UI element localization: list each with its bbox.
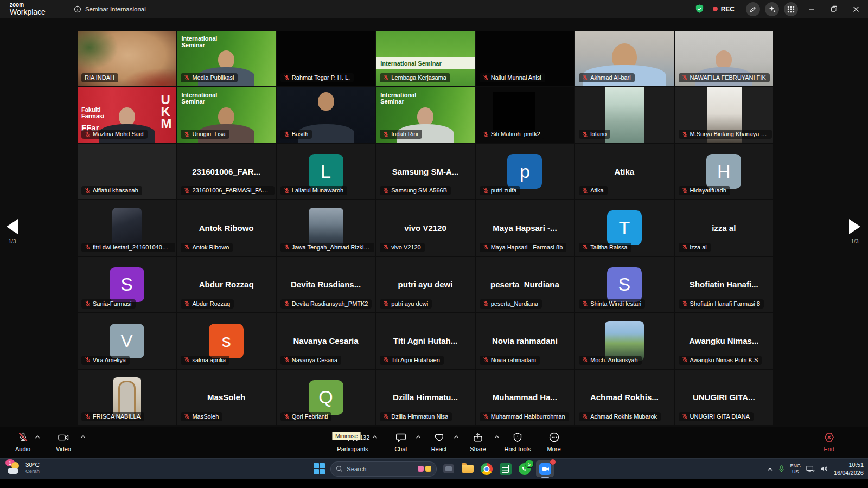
participant-tile[interactable]: Moch. Ardiansyah xyxy=(575,313,673,369)
participant-tile[interactable]: p putri zulfa xyxy=(476,144,574,199)
tray-microphone-icon[interactable] xyxy=(778,465,784,473)
muted-mic-icon xyxy=(383,300,389,306)
participant-tile[interactable]: Shofiatin Hanafi... Shofiatin Hanafi Far… xyxy=(675,257,773,312)
participant-tile[interactable]: fitri dwi lestari_241601040_farma... xyxy=(78,200,176,255)
participant-tile[interactable]: putri ayu dewi putri ayu dewi xyxy=(376,257,474,312)
restore-window-button[interactable] xyxy=(825,0,843,18)
ai-companion-button[interactable] xyxy=(765,2,779,16)
taskbar-whatsapp[interactable]: 5 xyxy=(517,461,532,476)
participant-tile[interactable]: Jawa Tengah_Ahmad Rizki Nur A... xyxy=(277,200,375,255)
participant-tile[interactable]: s salma aprilia xyxy=(177,313,275,369)
participant-tile[interactable]: Akhmad Al-bari xyxy=(575,31,673,86)
participant-tile[interactable]: Devita Rusdians... Devita Rusdiansyah_PM… xyxy=(277,257,375,312)
participant-tile[interactable]: Achmad Rokhis... Achmad Rokhis Mubarok xyxy=(575,370,673,425)
participant-tile[interactable]: Dzilla Himmatu... Dzilla Himmatun Nisa xyxy=(376,370,474,425)
recording-dot-icon xyxy=(713,7,718,11)
more-button[interactable]: More xyxy=(529,431,579,452)
participant-tile[interactable]: V Vira Ameliya xyxy=(78,313,176,369)
end-meeting-button[interactable]: End xyxy=(804,431,854,452)
participant-tile[interactable]: International Seminar Media Publikasi xyxy=(177,31,275,86)
speaker-icon[interactable] xyxy=(820,465,828,472)
recording-indicator[interactable]: REC xyxy=(713,5,735,13)
participant-tile[interactable]: L Lailatul Munawaroh xyxy=(277,144,375,199)
start-button[interactable] xyxy=(312,462,326,476)
participant-name-text: Sania-Farmasi xyxy=(93,300,132,307)
participant-name-text: Moch. Ardiansyah xyxy=(590,357,637,363)
gallery-next-page-button[interactable]: 1/3 xyxy=(849,219,860,245)
participant-tile[interactable]: T Talitha Raissa xyxy=(575,200,673,255)
participant-name-label: lofano xyxy=(579,130,610,139)
participant-tile[interactable]: izza al izza al xyxy=(675,200,773,255)
participant-tile[interactable]: Muhammad Ha... Muhammad Habiburrohman xyxy=(476,370,574,425)
taskbar-weather-widget[interactable]: 1 30°C Cerah xyxy=(7,461,40,474)
participant-letter-avatar: p xyxy=(507,154,542,189)
close-window-button[interactable] xyxy=(847,0,865,18)
participant-tile[interactable]: Awangku Nimas... Awangku Nimas Putri K.S xyxy=(675,313,773,369)
participant-name-text: Shinta Windi lestari xyxy=(590,300,641,307)
muted-mic-icon xyxy=(284,414,290,420)
participant-tile[interactable]: FakultiFarmasiFFarUKM Mazlina Mohd Said xyxy=(78,87,176,143)
video-button[interactable]: Video xyxy=(39,431,88,452)
participant-tile[interactable]: MasSoleh MasSoleh xyxy=(177,370,275,425)
search-icon xyxy=(336,465,343,472)
taskbar-search-box[interactable]: Search xyxy=(330,461,437,477)
meeting-info[interactable]: Seminar Internasional xyxy=(74,5,146,13)
participant-tile[interactable]: Antok Ribowo Antok Ribowo xyxy=(177,200,275,255)
hidden-icons-chevron[interactable] xyxy=(767,467,773,471)
zoom-app-icon xyxy=(539,463,551,475)
participant-tile[interactable]: Navanya Cesaria Navanya Cesaria xyxy=(277,313,375,369)
participant-tile[interactable]: Abdur Rozzaq Abdur Rozzaq xyxy=(177,257,275,312)
participant-tile[interactable]: M.Surya Bintang Khanaya R.D.N ... xyxy=(675,87,773,143)
participant-tile[interactable]: FRISCA NABILLA xyxy=(78,370,176,425)
video-overlay-text: International Seminar xyxy=(181,36,226,49)
participant-tile[interactable]: Titi Agni Hutah... Titi Agni Hutahaen xyxy=(376,313,474,369)
annotate-button[interactable] xyxy=(746,2,760,16)
participant-tile[interactable]: Atika Atika xyxy=(575,144,673,199)
gallery-grid: RIA INDAH International Seminar Media Pu… xyxy=(78,31,773,425)
taskbar-app-window[interactable] xyxy=(441,461,456,476)
participant-name-label: Abdur Rozzaq xyxy=(181,299,234,309)
participant-tile[interactable]: RIA INDAH xyxy=(78,31,176,86)
muted-mic-icon xyxy=(682,244,688,250)
participant-tile[interactable]: H Hidayatlfuadh xyxy=(675,144,773,199)
minimize-window-button[interactable] xyxy=(803,0,820,18)
apps-button[interactable] xyxy=(784,2,798,16)
participant-tile[interactable]: Rahmat Tegar P. H. L. xyxy=(277,31,375,86)
participant-tile[interactable]: International Seminar Lembaga Kerjasama xyxy=(376,31,474,86)
camera-icon xyxy=(58,431,69,444)
participant-tile[interactable]: International Seminar Indah Rini xyxy=(376,87,474,143)
taskbar-chrome[interactable] xyxy=(479,461,494,476)
apps-grid-icon xyxy=(787,5,795,13)
muted-mic-icon xyxy=(284,244,290,250)
participant-tile[interactable]: vivo V2120 vivo V2120 xyxy=(376,200,474,255)
language-indicator[interactable]: ENG US xyxy=(790,463,801,474)
participant-tile[interactable]: lofano xyxy=(575,87,673,143)
taskbar-zoom-active[interactable] xyxy=(536,460,554,477)
video-options-chevron[interactable] xyxy=(80,435,86,439)
participant-tile[interactable]: International Seminar Unugiri_Lisa xyxy=(177,87,275,143)
participant-tile[interactable]: Nailul Munnal Anisi xyxy=(476,31,574,86)
participant-tile[interactable]: Siti Mafiroh_pmtk2 xyxy=(476,87,574,143)
participant-tile[interactable]: 231601006_FAR... 231601006_FARMASI_FARAD… xyxy=(177,144,275,199)
participant-tile[interactable]: Novia rahmadani Novia rahmadani xyxy=(476,313,574,369)
participant-tile[interactable]: peserta_Nurdiana peserta_Nurdiana xyxy=(476,257,574,312)
taskbar-excel[interactable] xyxy=(498,461,513,476)
gallery-previous-page-button[interactable]: 1/3 xyxy=(7,219,18,245)
participant-tile[interactable]: Basith xyxy=(277,87,375,143)
participant-tile[interactable]: Samsung SM-A... Samsung SM-A566B xyxy=(376,144,474,199)
participant-tile[interactable]: S Shinta Windi lestari xyxy=(575,257,673,312)
participant-tile[interactable]: Q Qori Febrianti xyxy=(277,370,375,425)
participant-tile[interactable]: UNUGIRI GITA... UNUGIRI GITA DIANA xyxy=(675,370,773,425)
taskbar-file-explorer[interactable] xyxy=(460,461,475,476)
cast-display-icon[interactable] xyxy=(806,465,815,472)
participant-name-label: Hidayatlfuadh xyxy=(679,186,730,195)
participant-tile[interactable]: Alfiatul khasanah xyxy=(78,144,176,199)
muted-mic-icon xyxy=(483,357,489,363)
participant-name-label: MasSoleh xyxy=(181,412,222,421)
taskbar-clock[interactable]: 10:51 16/04/2026 xyxy=(834,461,864,477)
participant-name-text: Lailatul Munawaroh xyxy=(292,187,343,194)
participant-tile[interactable]: NAWAFILA FEBRUYANI FIK xyxy=(675,31,773,86)
participant-tile[interactable]: Maya Hapsari -... Maya Hapsari - Farmasi… xyxy=(476,200,574,255)
participant-tile[interactable]: S Sania-Farmasi xyxy=(78,257,176,312)
encryption-shield-icon[interactable] xyxy=(694,4,705,14)
